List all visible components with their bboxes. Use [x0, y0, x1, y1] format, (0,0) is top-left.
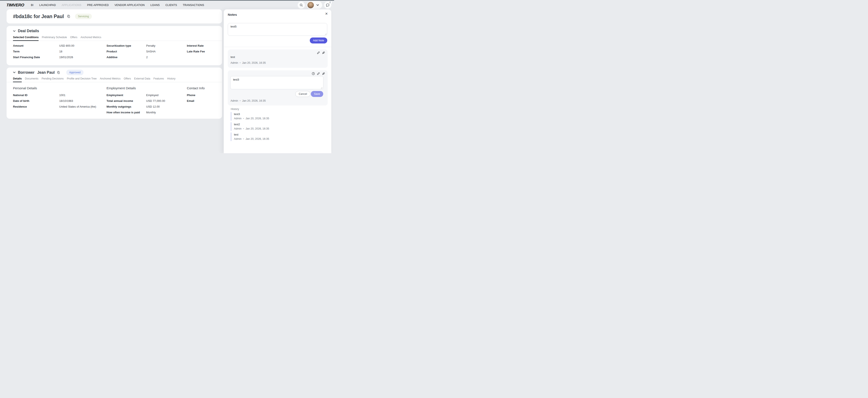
tab-features[interactable]: Features: [153, 77, 164, 82]
collapse-chevron-icon[interactable]: [13, 30, 16, 32]
tab-anchored-metrics[interactable]: Anchored Metrics: [81, 36, 101, 41]
history-author: Admin: [234, 137, 241, 141]
new-note-input[interactable]: test5: [228, 23, 327, 36]
tab-offers[interactable]: Offers: [70, 36, 78, 41]
field-value: United States of America (the): [59, 104, 96, 110]
field-label: Email: [187, 98, 195, 104]
personal-details-heading: Personal Details: [13, 86, 37, 90]
field-value: 1001: [59, 92, 96, 98]
nav-item-applications[interactable]: APPLICATIONS: [62, 4, 81, 7]
history-entry: test2 Admin • Jan 20, 2026, 16:35: [231, 122, 327, 131]
history-date: Jan 20, 2026, 16:35: [246, 127, 269, 130]
field-label: Phone: [187, 92, 195, 98]
tab-offers[interactable]: Offers: [124, 77, 131, 82]
application-header-card: #bda18c for Jean Paul Servicing: [7, 9, 222, 24]
nav-item-bi[interactable]: BI: [31, 4, 33, 7]
pin-note-button[interactable]: [322, 72, 325, 75]
field-label: National ID: [13, 92, 29, 98]
nav-item-pre-approved[interactable]: PRE-APPROVED: [87, 4, 109, 7]
note-date: Jan 20, 2026, 16:35: [242, 99, 266, 102]
tab-history[interactable]: History: [167, 77, 176, 82]
tab-selected-conditions[interactable]: Selected Conditions: [13, 36, 38, 41]
note-author: Admin: [230, 61, 238, 64]
note-item: test Admin • Jan 20, 2026, 16:35: [228, 50, 328, 68]
tab-preliminary-schedule[interactable]: Preliminary Schedule: [42, 36, 67, 41]
employment-values: Employed USD 77,000.00 USD 12.00 Monthly: [146, 92, 165, 115]
save-button[interactable]: Save: [311, 91, 323, 97]
meta-separator: •: [243, 137, 244, 141]
field-value: Penalty: [146, 43, 156, 49]
user-menu[interactable]: [307, 1, 322, 9]
meta-separator: •: [240, 62, 240, 64]
contact-info-heading: Contact Info: [187, 86, 205, 90]
field-label: Additive: [106, 54, 131, 60]
notes-panel: Notes ✕ test5 Add Note test Admin • Jan …: [224, 9, 331, 153]
history-meta: Admin • Jan 20, 2026, 16:35: [234, 117, 327, 120]
navbar-actions: 2: [298, 1, 331, 9]
meta-separator: •: [243, 127, 244, 130]
nav-item-loans[interactable]: LOANS: [150, 4, 160, 7]
pin-note-button[interactable]: [322, 51, 325, 54]
tab-details[interactable]: Details: [13, 77, 22, 82]
history-date: Jan 20, 2026, 16:35: [246, 137, 269, 141]
note-author: Admin: [230, 99, 238, 102]
close-icon[interactable]: ✕: [325, 12, 328, 16]
field-value: SASHA: [146, 49, 156, 54]
edit-note-button[interactable]: [317, 72, 320, 75]
history-text: test3: [234, 113, 327, 116]
field-value: 2: [146, 54, 156, 60]
copy-icon[interactable]: [57, 71, 60, 74]
note-text: test: [230, 55, 235, 59]
personal-values: 1001 18/10/1983 United States of America…: [59, 92, 96, 110]
history-text: test: [234, 133, 327, 136]
top-navbar: TIMVERO BI LAUNCHPAD APPLICATIONS PRE-AP…: [0, 1, 334, 9]
add-note-button[interactable]: Add Note: [310, 37, 327, 43]
note-meta: Admin • Jan 20, 2026, 16:35: [230, 99, 266, 102]
nav-item-launchpad[interactable]: LAUNCHPAD: [39, 4, 56, 7]
clock-icon: [312, 72, 315, 75]
field-label: Residence: [13, 104, 29, 110]
copy-icon[interactable]: [67, 15, 70, 18]
borrower-status-badge: Approved: [66, 70, 84, 75]
field-label: Securitization type: [106, 43, 131, 49]
nav-item-vendor-application[interactable]: VENDOR APPLICATION: [115, 4, 145, 7]
history-entry: test3 Admin • Jan 20, 2026, 16:35: [231, 112, 327, 121]
tab-documents[interactable]: Documents: [25, 77, 38, 82]
nav-item-transactions[interactable]: TRANSACTIONS: [183, 4, 204, 7]
edit-note-input[interactable]: test3: [230, 76, 323, 89]
pencil-icon: [317, 51, 320, 54]
field-label: Monthly outgoings: [106, 104, 140, 110]
history-heading: History: [231, 108, 327, 111]
pencil-icon: [317, 72, 320, 75]
timvero-logo[interactable]: TIMVERO: [6, 3, 24, 7]
tab-pending-decisions[interactable]: Pending Decisions: [41, 77, 64, 82]
pin-icon: [322, 51, 325, 54]
field-value: USD 12.00: [146, 104, 165, 110]
tab-profile-and-decision-tree[interactable]: Profile and Decision Tree: [67, 77, 97, 82]
note-history-button[interactable]: [312, 72, 315, 75]
cancel-button[interactable]: Cancel: [295, 91, 310, 97]
notifications-button[interactable]: 2: [324, 1, 331, 9]
nav-item-clients[interactable]: CLIENTS: [165, 4, 177, 7]
history-meta: Admin • Jan 20, 2026, 16:35: [234, 127, 327, 130]
notes-panel-title: Notes: [228, 13, 237, 17]
personal-labels: National ID Date of birth Residence: [13, 92, 29, 110]
note-item-editing: test3 Cancel Save Admin • Jan 20, 2026, …: [228, 70, 328, 105]
employment-details-heading: Employment Details: [106, 86, 136, 90]
deal-labels-col2: Securitization type Product Additive: [106, 43, 131, 60]
tab-external-data[interactable]: External Data: [134, 77, 150, 82]
history-meta: Admin • Jan 20, 2026, 16:35: [234, 137, 327, 141]
deal-labels-col1: Amount Term Start Financing Date: [13, 43, 40, 60]
panel-divider: [224, 47, 331, 47]
status-badge: Servicing: [75, 13, 92, 19]
tab-anchored-metrics[interactable]: Anchored Metrics: [100, 77, 120, 82]
field-label: Date of birth: [13, 98, 29, 104]
field-label: Late Rate Fee: [187, 49, 205, 54]
field-value: 18: [59, 49, 74, 54]
avatar: [307, 2, 314, 8]
history-entry: test Admin • Jan 20, 2026, 16:35: [231, 132, 327, 141]
collapse-chevron-icon[interactable]: [13, 71, 16, 73]
search-button[interactable]: [298, 1, 305, 9]
field-label: Total annual income: [106, 98, 140, 104]
edit-note-button[interactable]: [317, 51, 320, 54]
